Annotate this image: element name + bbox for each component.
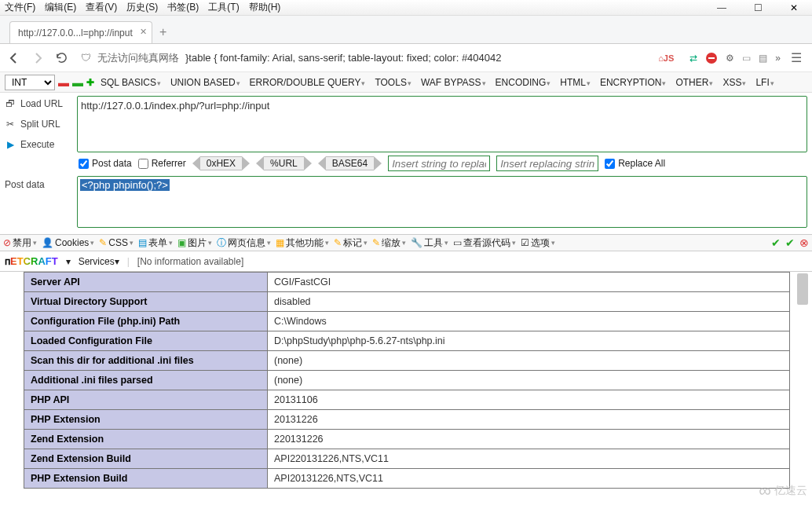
browser-tabbar: http://127.0.0...l=php://input ✕ +: [0, 16, 812, 44]
php-key: Additional .ini files parsed: [24, 371, 268, 390]
tab-close-icon[interactable]: ✕: [140, 27, 147, 37]
hackbar-options-row: Post data Referrer 0xHEX %URL BASE64 Rep…: [0, 152, 812, 174]
new-tab-button[interactable]: +: [152, 21, 174, 43]
reload-button[interactable]: [52, 49, 71, 68]
php-value: (none): [268, 351, 790, 371]
php-key: Loaded Configuration File: [24, 331, 268, 351]
window-minimize[interactable]: —: [704, 0, 740, 16]
wd-misc[interactable]: ▦其他功能▾: [276, 236, 329, 250]
table-row: PHP Extension20131226: [24, 410, 790, 430]
window-close[interactable]: ✕: [776, 0, 812, 16]
tag-0xhex[interactable]: 0xHEX: [192, 156, 250, 170]
ext-note-icon[interactable]: ▭: [742, 53, 751, 64]
table-row: Zend Extension220131226: [24, 430, 790, 449]
hb-lfi[interactable]: LFI▾: [752, 75, 777, 90]
hb-xss[interactable]: XSS▾: [719, 75, 749, 90]
php-key: PHP Extension Build: [24, 469, 268, 489]
netcraft-services[interactable]: Services▾: [79, 256, 119, 267]
menu-view[interactable]: 查看(V): [86, 1, 117, 14]
insert-replace-input[interactable]: [496, 156, 598, 171]
post-data-checkbox[interactable]: Post data: [79, 158, 132, 169]
ext-noscript-icon[interactable]: [705, 52, 718, 64]
hb-sql-basics[interactable]: SQL BASICS▾: [97, 75, 164, 90]
menu-tools[interactable]: 工具(T): [208, 1, 239, 14]
ext-gear-icon[interactable]: ⚙: [726, 53, 734, 64]
php-key: Zend Extension Build: [24, 449, 268, 469]
page-content: Server APICGI/FastCGIVirtual Directory S…: [0, 272, 812, 506]
wd-css[interactable]: ✎CSS▾: [99, 237, 134, 248]
wd-images[interactable]: ▣图片▾: [177, 236, 212, 250]
hackbar-db-selector[interactable]: INT: [5, 75, 55, 90]
images-icon: ▣: [177, 237, 186, 248]
menu-help[interactable]: 帮助(H): [249, 1, 281, 14]
svg-rect-1: [708, 57, 715, 59]
wd-source[interactable]: ▭查看源代码▾: [453, 236, 516, 250]
wd-cookies[interactable]: 👤Cookies▾: [42, 237, 94, 248]
wd-check1-icon[interactable]: ✔: [771, 236, 781, 249]
hb-error[interactable]: ERROR/DOUBLE QUERY▾: [247, 75, 369, 90]
wd-zoom[interactable]: ✎缩放▾: [372, 236, 406, 250]
execute-button[interactable]: ▶Execute: [5, 137, 72, 152]
table-row: Additional .ini files parsed(none): [24, 371, 790, 390]
watermark: ∞亿速云: [759, 481, 807, 501]
php-value: 220131226: [268, 430, 790, 449]
tag-url[interactable]: %URL: [256, 156, 312, 170]
app-menu-button[interactable]: ☰: [785, 47, 807, 69]
mark-icon: ✎: [334, 237, 342, 248]
php-key: Zend Extension: [24, 430, 268, 449]
window-controls: — ☐ ✕: [704, 0, 812, 16]
hb-enc[interactable]: ENCODING▾: [492, 75, 554, 90]
hackbar-url-textarea[interactable]: http://127.0.0.1/index.php/?url=php://in…: [77, 96, 807, 152]
ext-home-js[interactable]: ⌂JS: [658, 53, 674, 63]
netcraft-toolbar: ᴨETCRAFT ▾ Services▾ | [No information a…: [0, 251, 812, 272]
tag-base64[interactable]: BASE64: [318, 156, 382, 170]
referrer-checkbox[interactable]: Referrer: [138, 158, 186, 169]
table-row: PHP Extension BuildAPI20131226,NTS,VC11: [24, 469, 790, 489]
php-value: API220131226,NTS,VC11: [268, 449, 790, 469]
wd-options[interactable]: ☑选项▾: [521, 236, 555, 250]
split-icon: ✂: [5, 119, 16, 130]
window-maximize[interactable]: ☐: [740, 0, 776, 16]
wd-disable[interactable]: ⊘禁用▾: [3, 236, 37, 250]
hb-html[interactable]: HTML▾: [557, 75, 594, 90]
wd-check2-icon[interactable]: ✔: [785, 236, 795, 249]
hb-toggle-red[interactable]: ▬: [58, 76, 69, 89]
hb-union[interactable]: UNION BASED▾: [167, 75, 243, 90]
insert-find-input[interactable]: [388, 156, 490, 171]
ext-overflow-icon[interactable]: »: [775, 53, 781, 64]
php-key: PHP Extension: [24, 410, 268, 430]
browser-tab[interactable]: http://127.0.0...l=php://input ✕: [9, 21, 152, 43]
back-button[interactable]: [5, 49, 24, 68]
replace-all-checkbox[interactable]: Replace All: [605, 158, 665, 169]
table-row: PHP API20131106: [24, 390, 790, 410]
scrollbar-thumb[interactable]: [797, 273, 808, 305]
hb-toggle-green[interactable]: ▬: [72, 76, 83, 89]
options-icon: ☑: [521, 237, 529, 248]
url-prefix: 无法访问纯真网络: [97, 51, 179, 65]
ext-page-icon[interactable]: ▤: [759, 53, 767, 64]
load-url-button[interactable]: 🗗Load URL: [5, 96, 72, 112]
hb-waf[interactable]: WAF BYPASS▾: [418, 75, 489, 90]
menu-edit[interactable]: 编辑(E): [45, 1, 76, 14]
post-data-textarea[interactable]: <?php phpinfo();?>: [77, 176, 807, 228]
wd-tools[interactable]: 🔧工具▾: [411, 236, 448, 250]
menu-file[interactable]: 文件(F): [5, 1, 35, 14]
forward-button[interactable]: [28, 49, 47, 68]
split-url-button[interactable]: ✂Split URL: [5, 116, 72, 132]
wd-mark[interactable]: ✎标记▾: [334, 236, 368, 250]
menu-history[interactable]: 历史(S): [126, 1, 158, 14]
wd-info[interactable]: ⓘ网页信息▾: [217, 236, 271, 250]
php-key: Scan this dir for additional .ini files: [24, 351, 268, 371]
ext-swap-icon[interactable]: ⇄: [689, 53, 697, 64]
hb-tools[interactable]: TOOLS▾: [371, 75, 414, 90]
hb-other[interactable]: OTHER▾: [672, 75, 716, 90]
wd-close-icon[interactable]: ⊗: [799, 236, 809, 249]
url-input[interactable]: 🛡 无法访问纯真网络 }table { font-family: Arial, …: [75, 48, 653, 68]
wd-forms[interactable]: ▤表单▾: [138, 236, 173, 250]
netcraft-dd[interactable]: ▾: [66, 256, 71, 267]
hb-encrypt[interactable]: ENCRYPTION▾: [597, 75, 669, 90]
hb-add-icon[interactable]: ✚: [86, 77, 94, 88]
menu-bookmarks[interactable]: 书签(B): [167, 1, 199, 14]
php-value: C:\Windows: [268, 312, 790, 331]
source-icon: ▭: [453, 237, 462, 248]
